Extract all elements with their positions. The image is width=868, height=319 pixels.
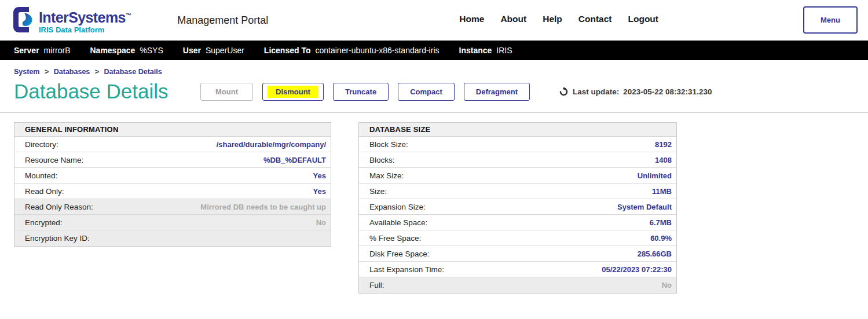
top-nav: Home About Help Contact Logout <box>459 14 658 24</box>
table-row: Blocks:1408 <box>359 152 676 168</box>
row-label: Resource Name: <box>25 156 83 164</box>
row-label: Last Expansion Time: <box>369 265 444 274</box>
table-row: Encryption Key ID: <box>14 230 331 246</box>
breadcrumb-current: Database Details <box>104 68 162 76</box>
table-row: Last Expansion Time:05/22/2023 07:22:30 <box>359 262 676 277</box>
database-size-title: DATABASE SIZE <box>359 123 676 137</box>
nav-link-about[interactable]: About <box>500 14 526 24</box>
row-value: 11MB <box>652 187 672 196</box>
instance-label: Instance <box>459 46 492 55</box>
namespace-value: %SYS <box>140 46 163 55</box>
header: InterSystems™ IRIS Data Platform Managem… <box>0 0 868 41</box>
table-row: Full:No <box>359 277 676 293</box>
dismount-label: Dismount <box>268 86 318 98</box>
row-label: Disk Free Space: <box>369 250 430 258</box>
brand-name: InterSystems™ <box>39 10 131 25</box>
mount-button: Mount <box>200 83 253 101</box>
nav-link-logout[interactable]: Logout <box>628 14 658 24</box>
table-row: Block Size:8192 <box>359 137 676 152</box>
row-value: Unlimited <box>638 171 672 180</box>
truncate-button[interactable]: Truncate <box>333 83 389 101</box>
instance-value: IRIS <box>496 46 512 55</box>
breadcrumb-link-system[interactable]: System <box>14 68 39 76</box>
row-value: 60.9% <box>650 234 672 243</box>
table-row: % Free Space:60.9% <box>359 230 676 246</box>
action-buttons: Mount Dismount Truncate Compact Defragme… <box>200 83 530 101</box>
namespace-label: Namespace <box>90 46 135 55</box>
row-value: 8192 <box>655 140 672 149</box>
row-label: % Free Space: <box>369 234 421 243</box>
table-row: Read Only:Yes <box>14 184 331 199</box>
nav-link-contact[interactable]: Contact <box>578 14 612 24</box>
brand-word: InterSystems <box>39 9 126 25</box>
row-value: /shared/durable/mgr/company/ <box>217 140 326 149</box>
mount-label: Mount <box>215 87 238 96</box>
server-bar-item-user: User SuperUser <box>183 46 244 55</box>
row-value: %DB_%DEFAULT <box>263 156 326 164</box>
title-row: Database Details Mount Dismount Truncate… <box>14 78 868 105</box>
row-value: 1408 <box>655 156 672 164</box>
row-value: 05/22/2023 07:22:30 <box>602 265 672 274</box>
row-value: No <box>316 218 326 227</box>
row-label: Mounted: <box>25 171 57 180</box>
row-value: System Default <box>617 203 672 211</box>
row-label: Expansion Size: <box>369 203 426 211</box>
last-update: Last update: 2023-05-22 08:32:31.230 <box>559 87 712 97</box>
content: GENERAL INFORMATION Directory:/shared/du… <box>0 113 868 294</box>
breadcrumb-separator: > <box>45 68 49 76</box>
database-size-table: DATABASE SIZE Block Size:8192Blocks:1408… <box>358 122 677 294</box>
refresh-icon[interactable] <box>559 87 569 97</box>
truncate-label: Truncate <box>345 87 376 96</box>
server-value: mirrorB <box>44 46 71 55</box>
general-information-table: GENERAL INFORMATION Directory:/shared/du… <box>14 122 331 247</box>
general-information-rows: Directory:/shared/durable/mgr/company/Re… <box>14 137 331 246</box>
table-row: Directory:/shared/durable/mgr/company/ <box>14 137 331 152</box>
defragment-button[interactable]: Defragment <box>464 83 530 101</box>
row-label: Available Space: <box>369 218 427 227</box>
compact-label: Compact <box>410 87 442 96</box>
last-update-value: 2023-05-22 08:32:31.230 <box>623 87 712 96</box>
row-label: Encrypted: <box>25 218 63 227</box>
table-row: Available Space:6.7MB <box>359 215 676 230</box>
row-label: Full: <box>369 281 384 289</box>
row-value: No <box>662 281 672 289</box>
row-value: 285.66GB <box>638 250 672 258</box>
menu-button[interactable]: Menu <box>803 6 858 34</box>
breadcrumb: System > Databases > Database Details <box>14 68 868 76</box>
trademark: ™ <box>126 12 131 19</box>
last-update-label: Last update: <box>573 87 619 96</box>
table-row: Read Only Reason:Mirrored DB needs to be… <box>14 199 331 215</box>
user-value: SuperUser <box>206 46 244 55</box>
logo-subtitle: IRIS Data Platform <box>39 26 131 34</box>
intersystems-logo: InterSystems™ IRIS Data Platform <box>13 6 131 34</box>
defragment-label: Defragment <box>476 87 518 96</box>
table-row: Disk Free Space:285.66GB <box>359 246 676 262</box>
table-row: Max Size:Unlimited <box>359 168 676 184</box>
nav-link-help[interactable]: Help <box>543 14 562 24</box>
row-label: Block Size: <box>369 140 408 149</box>
table-row: Resource Name:%DB_%DEFAULT <box>14 152 331 168</box>
portal-title: Management Portal <box>177 14 268 27</box>
dismount-button[interactable]: Dismount <box>262 83 324 101</box>
licensed-to-label: Licensed To <box>264 46 311 55</box>
table-row: Size:11MB <box>359 184 676 199</box>
table-row: Mounted:Yes <box>14 168 331 184</box>
intersystems-logo-icon <box>13 6 35 33</box>
user-label: User <box>183 46 201 55</box>
server-bar-item-namespace: Namespace %SYS <box>90 46 163 55</box>
compact-button[interactable]: Compact <box>398 83 455 101</box>
nav-link-home[interactable]: Home <box>459 14 484 24</box>
server-bar-item-instance: Instance IRIS <box>459 46 512 55</box>
server-info-bar: Server mirrorB Namespace %SYS User Super… <box>0 41 868 60</box>
row-value: Yes <box>313 171 326 180</box>
table-row: Expansion Size:System Default <box>359 199 676 215</box>
row-label: Encryption Key ID: <box>25 234 90 243</box>
licensed-to-value: container-ubuntu-x86-standard-iris <box>316 46 440 55</box>
row-value: Mirrored DB needs to be caught up <box>200 203 326 211</box>
row-value: Yes <box>313 187 326 196</box>
breadcrumb-link-databases[interactable]: Databases <box>54 68 90 76</box>
breadcrumb-separator: > <box>95 68 99 76</box>
table-row: Encrypted:No <box>14 215 331 230</box>
row-label: Blocks: <box>369 156 395 164</box>
server-bar-item-server: Server mirrorB <box>14 46 70 55</box>
